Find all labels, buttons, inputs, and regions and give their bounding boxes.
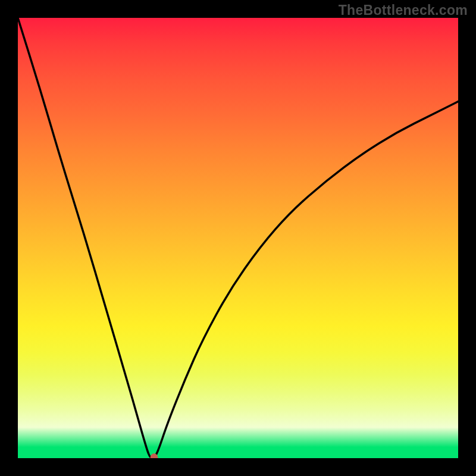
curve-svg (18, 18, 458, 458)
watermark-text: TheBottleneck.com (339, 2, 468, 18)
bottleneck-curve (18, 18, 458, 458)
chart-frame: TheBottleneck.com (0, 0, 476, 476)
plot-area (18, 18, 458, 458)
